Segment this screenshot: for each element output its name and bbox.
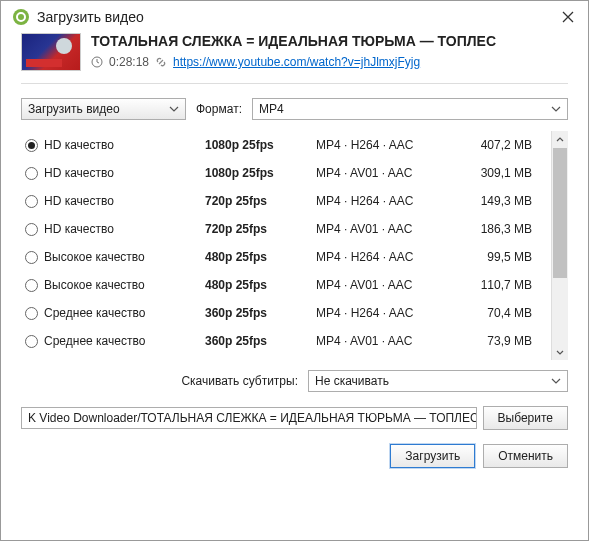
codec-label: MP4 · H264 · AAC [316, 194, 456, 208]
cancel-button[interactable]: Отменить [483, 444, 568, 468]
video-header: ТОТАЛЬНАЯ СЛЕЖКА = ИДЕАЛЬНАЯ ТЮРЬМА — ТО… [1, 33, 588, 83]
scroll-track[interactable] [552, 148, 568, 343]
quality-radio[interactable] [25, 335, 38, 348]
quality-radio[interactable] [25, 279, 38, 292]
quality-row[interactable]: HD качество1080p 25fpsMP4 · H264 · AAC40… [21, 131, 551, 159]
close-button[interactable] [560, 9, 576, 25]
save-path-input[interactable]: K Video Downloader/ТОТАЛЬНАЯ СЛЕЖКА = ИД… [21, 407, 477, 429]
path-row: K Video Downloader/ТОТАЛЬНАЯ СЛЕЖКА = ИД… [1, 406, 588, 444]
download-button[interactable]: Загрузить [390, 444, 475, 468]
codec-label: MP4 · AV01 · AAC [316, 166, 456, 180]
format-select-value: MP4 [259, 102, 284, 116]
close-icon [562, 11, 574, 23]
titlebar: Загрузить видео [1, 1, 588, 33]
quality-list: HD качество1080p 25fpsMP4 · H264 · AAC40… [21, 131, 551, 360]
size-label: 149,3 MB [462, 194, 532, 208]
scrollbar[interactable] [551, 131, 568, 360]
scroll-down-button[interactable] [552, 343, 568, 360]
save-path-value: K Video Downloader/ТОТАЛЬНАЯ СЛЕЖКА = ИД… [28, 411, 477, 425]
window-title: Загрузить видео [37, 9, 552, 25]
chevron-down-icon [551, 104, 561, 114]
size-label: 309,1 MB [462, 166, 532, 180]
resolution-label: 480p 25fps [205, 278, 310, 292]
action-select[interactable]: Загрузить видео [21, 98, 186, 120]
download-dialog: Загрузить видео ТОТАЛЬНАЯ СЛЕЖКА = ИДЕАЛ… [0, 0, 589, 541]
separator [21, 83, 568, 84]
subtitles-label: Скачивать субтитры: [181, 374, 298, 388]
codec-label: MP4 · H264 · AAC [316, 138, 456, 152]
size-label: 110,7 MB [462, 278, 532, 292]
resolution-label: 720p 25fps [205, 222, 310, 236]
resolution-label: 1080p 25fps [205, 166, 310, 180]
video-title: ТОТАЛЬНАЯ СЛЕЖКА = ИДЕАЛЬНАЯ ТЮРЬМА — ТО… [91, 33, 568, 49]
action-select-value: Загрузить видео [28, 102, 120, 116]
subtitles-row: Скачивать субтитры: Не скачивать [1, 360, 588, 406]
quality-row[interactable]: HD качество720p 25fpsMP4 · AV01 · AAC186… [21, 215, 551, 243]
quality-radio[interactable] [25, 139, 38, 152]
quality-label: HD качество [44, 166, 199, 180]
quality-radio[interactable] [25, 307, 38, 320]
codec-label: MP4 · H264 · AAC [316, 250, 456, 264]
clock-icon [91, 56, 103, 68]
video-info: 0:28:18 https://www.youtube.com/watch?v=… [91, 55, 568, 69]
video-thumbnail [21, 33, 81, 71]
resolution-label: 360p 25fps [205, 306, 310, 320]
format-label: Формат: [196, 102, 242, 116]
video-duration: 0:28:18 [109, 55, 149, 69]
quality-label: Высокое качество [44, 278, 199, 292]
quality-label: Среднее качество [44, 306, 199, 320]
resolution-label: 360p 25fps [205, 334, 310, 348]
quality-row[interactable]: Среднее качество360p 25fpsMP4 · H264 · A… [21, 299, 551, 327]
quality-label: Высокое качество [44, 250, 199, 264]
chevron-up-icon [556, 136, 564, 144]
codec-label: MP4 · AV01 · AAC [316, 222, 456, 236]
codec-label: MP4 · H264 · AAC [316, 306, 456, 320]
chevron-down-icon [169, 104, 179, 114]
video-meta: ТОТАЛЬНАЯ СЛЕЖКА = ИДЕАЛЬНАЯ ТЮРЬМА — ТО… [91, 33, 568, 69]
resolution-label: 480p 25fps [205, 250, 310, 264]
size-label: 73,9 MB [462, 334, 532, 348]
size-label: 70,4 MB [462, 306, 532, 320]
quality-row[interactable]: HD качество720p 25fpsMP4 · H264 · AAC149… [21, 187, 551, 215]
subtitles-select-value: Не скачивать [315, 374, 389, 388]
video-url-link[interactable]: https://www.youtube.com/watch?v=jhJlmxjF… [173, 55, 420, 69]
chevron-down-icon [556, 348, 564, 356]
resolution-label: 720p 25fps [205, 194, 310, 208]
codec-label: MP4 · AV01 · AAC [316, 278, 456, 292]
quality-label: HD качество [44, 138, 199, 152]
controls-row: Загрузить видео Формат: MP4 [1, 92, 588, 130]
app-icon [13, 9, 29, 25]
scroll-up-button[interactable] [552, 131, 568, 148]
link-icon [155, 56, 167, 68]
scroll-thumb[interactable] [553, 148, 567, 278]
quality-radio[interactable] [25, 251, 38, 264]
quality-row[interactable]: Среднее качество360p 25fpsMP4 · AV01 · A… [21, 327, 551, 355]
quality-row[interactable]: HD качество1080p 25fpsMP4 · AV01 · AAC30… [21, 159, 551, 187]
quality-radio[interactable] [25, 195, 38, 208]
quality-label: HD качество [44, 194, 199, 208]
quality-list-wrap: HD качество1080p 25fpsMP4 · H264 · AAC40… [21, 130, 568, 360]
chevron-down-icon [551, 376, 561, 386]
quality-label: Среднее качество [44, 334, 199, 348]
resolution-label: 1080p 25fps [205, 138, 310, 152]
format-select[interactable]: MP4 [252, 98, 568, 120]
browse-button[interactable]: Выберите [483, 406, 568, 430]
size-label: 99,5 MB [462, 250, 532, 264]
footer: Загрузить Отменить [1, 444, 588, 484]
quality-row[interactable]: Высокое качество480p 25fpsMP4 · H264 · A… [21, 243, 551, 271]
quality-radio[interactable] [25, 223, 38, 236]
quality-row[interactable]: Высокое качество480p 25fpsMP4 · AV01 · A… [21, 271, 551, 299]
subtitles-select[interactable]: Не скачивать [308, 370, 568, 392]
codec-label: MP4 · AV01 · AAC [316, 334, 456, 348]
size-label: 407,2 MB [462, 138, 532, 152]
quality-label: HD качество [44, 222, 199, 236]
quality-radio[interactable] [25, 167, 38, 180]
size-label: 186,3 MB [462, 222, 532, 236]
